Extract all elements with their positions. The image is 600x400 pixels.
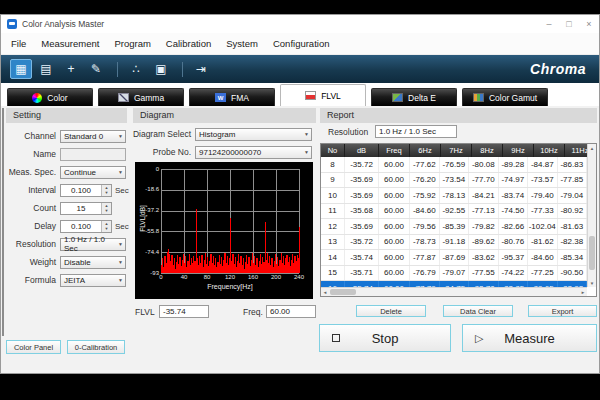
column-header-10hz[interactable]: 10Hz xyxy=(534,144,565,157)
vertical-scrollbar[interactable]: ▲ ▼ xyxy=(587,144,596,287)
cell: -82.38 xyxy=(558,235,588,250)
stop-button[interactable]: Stop xyxy=(319,324,451,352)
chevron-down-icon: ▼ xyxy=(304,131,309,137)
menu-system[interactable]: System xyxy=(226,38,258,49)
interval-spinner[interactable]: 0.100▲▼ xyxy=(60,184,112,197)
report-row-8[interactable]: 8-35.7260.00-77.62-76.59-80.08-89.28-84.… xyxy=(321,157,587,173)
save-icon[interactable]: ▣ xyxy=(150,59,172,79)
close-button[interactable]: × xyxy=(579,15,599,33)
tab-label: Delta E xyxy=(408,93,436,103)
tab-delta-e[interactable]: Delta E xyxy=(371,88,457,106)
tab-gamma[interactable]: Gamma xyxy=(98,88,184,106)
column-header-no[interactable]: No xyxy=(321,144,345,157)
weight-select[interactable]: Disable▼ xyxy=(60,256,126,269)
cell: -75.92 xyxy=(410,188,440,203)
cell: 60.00 xyxy=(379,173,410,188)
spinner-arrows-icon[interactable]: ▲▼ xyxy=(101,185,111,196)
menu-file[interactable]: File xyxy=(11,38,26,49)
flvl-value-field[interactable]: -35.74 xyxy=(159,305,209,318)
data-clear-button[interactable]: Data Clear xyxy=(443,305,513,317)
maximize-button[interactable]: □ xyxy=(559,15,579,33)
scroll-left-icon[interactable]: ◄ xyxy=(321,288,329,296)
pen-icon[interactable]: ✎ xyxy=(85,59,107,79)
spin-down-icon[interactable]: ▼ xyxy=(102,208,111,214)
vertical-scroll-thumb[interactable] xyxy=(589,236,595,270)
exit-icon[interactable]: ⇥ xyxy=(190,59,212,79)
delay-value: 0.100 xyxy=(61,222,101,231)
delay-spinner[interactable]: 0.100▲▼ xyxy=(60,220,112,233)
cell: -80.76 xyxy=(499,235,529,250)
measure-window-icon[interactable]: ▦ xyxy=(10,59,32,79)
spin-down-icon[interactable]: ▼ xyxy=(102,190,111,196)
color-panel-button[interactable]: Color Panel xyxy=(6,340,61,354)
tab-color[interactable]: Color xyxy=(7,88,93,106)
menu-calibration[interactable]: Calibration xyxy=(166,38,211,49)
y-tick-label: -37.2 xyxy=(135,207,159,213)
setting-row-resolution: Resolution1.0 Hz / 1.0 Sec▼ xyxy=(4,235,130,253)
cell: -35.72 xyxy=(345,235,379,250)
tab-fma[interactable]: WFMA xyxy=(189,88,275,106)
freq-value-field[interactable]: 60.00 xyxy=(266,305,316,318)
measure-button[interactable]: ▷ Measure xyxy=(462,324,597,352)
column-header-8hz[interactable]: 8Hz xyxy=(472,144,503,157)
crosshair-icon[interactable]: + xyxy=(60,59,82,79)
window-title: Color Analysis Master xyxy=(22,19,104,29)
chart-x-axis-label: Frequency[Hz] xyxy=(161,283,299,290)
play-triangle-icon: ▷ xyxy=(475,332,483,345)
scroll-right-icon[interactable]: ► xyxy=(579,288,587,296)
stop-square-icon xyxy=(332,334,340,342)
minimize-button[interactable]: – xyxy=(539,15,559,33)
tab-label: Color Gamut xyxy=(489,93,537,103)
cell: -74.97 xyxy=(499,173,529,188)
resolution-select[interactable]: 1.0 Hz / 1.0 Sec▼ xyxy=(60,238,126,251)
report-row-11[interactable]: 11-35.6860.00-84.60-92.55-77.13-74.50-77… xyxy=(321,204,587,220)
report-row-15[interactable]: 15-35.7160.00-76.79-79.07-77.55-74.22-77… xyxy=(321,266,587,282)
delete-button[interactable]: Delete xyxy=(356,305,426,317)
cell: -77.62 xyxy=(410,157,440,172)
cell: 60.00 xyxy=(379,250,410,265)
report-row-9[interactable]: 9-35.6960.00-76.20-73.54-77.70-74.97-73.… xyxy=(321,173,587,189)
cell: -78.73 xyxy=(410,235,440,250)
setting-row-interval: Interval0.100▲▼Sec xyxy=(4,181,130,199)
report-row-13[interactable]: 13-35.7260.00-78.73-91.18-89.62-80.76-81… xyxy=(321,235,587,251)
share-icon[interactable]: ∴ xyxy=(125,59,147,79)
zero-calibration-button[interactable]: 0-Calibration xyxy=(67,340,125,354)
report-icon[interactable]: ▤ xyxy=(35,59,57,79)
export-button[interactable]: Export xyxy=(528,305,597,317)
spinner-arrows-icon[interactable]: ▲▼ xyxy=(101,203,111,214)
spinner-arrows-icon[interactable]: ▲▼ xyxy=(101,221,111,232)
horizontal-scroll-thumb[interactable] xyxy=(330,289,356,295)
spin-down-icon[interactable]: ▼ xyxy=(102,226,111,232)
formula-select[interactable]: JEITA▼ xyxy=(60,274,126,287)
scroll-down-icon[interactable]: ▼ xyxy=(588,279,596,287)
interval-unit-label: Sec xyxy=(115,186,129,195)
horizontal-scrollbar[interactable]: ◄ ► xyxy=(321,287,587,296)
cell: -77.70 xyxy=(469,173,499,188)
menu-measurement[interactable]: Measurement xyxy=(41,38,99,49)
cell: 14 xyxy=(321,250,345,265)
cell: 11 xyxy=(321,204,345,219)
name-field[interactable] xyxy=(60,148,126,161)
resolution-label: Resolution xyxy=(4,239,60,249)
diagram-select-dropdown[interactable]: Histogram ▼ xyxy=(195,128,312,141)
probe-no-dropdown[interactable]: 97124200000070 ▼ xyxy=(195,146,312,159)
resolution-value-field[interactable]: 1.0 Hz / 1.0 Sec xyxy=(375,125,457,138)
column-header-9hz[interactable]: 9Hz xyxy=(503,144,534,157)
cell: -77.33 xyxy=(528,204,558,219)
column-header-7hz[interactable]: 7Hz xyxy=(441,144,472,157)
tab-color-gamut[interactable]: Color Gamut xyxy=(462,88,548,106)
column-header-6hz[interactable]: 6Hz xyxy=(410,144,441,157)
report-row-12[interactable]: 12-35.6960.00-79.56-85.39-79.82-82.66-10… xyxy=(321,219,587,235)
menu-program[interactable]: Program xyxy=(114,38,150,49)
report-row-10[interactable]: 10-35.6960.00-75.92-78.13-84.21-83.74-79… xyxy=(321,188,587,204)
tab-flvl[interactable]: FLVL xyxy=(280,84,366,106)
meas-spec-select[interactable]: Continue▼ xyxy=(60,166,126,179)
menu-configuration[interactable]: Configuration xyxy=(273,38,330,49)
scroll-up-icon[interactable]: ▲ xyxy=(588,144,596,152)
column-header-db[interactable]: dB xyxy=(345,144,379,157)
column-header-freq[interactable]: Freq xyxy=(379,144,410,157)
toolbar: ▦▤+✎∴▣⇥ Chroma xyxy=(1,55,599,83)
channel-select[interactable]: Standard 0▼ xyxy=(60,130,126,143)
report-row-14[interactable]: 14-35.7460.00-77.87-87.69-83.62-95.37-84… xyxy=(321,250,587,266)
count-spinner[interactable]: 15▲▼ xyxy=(60,202,112,215)
